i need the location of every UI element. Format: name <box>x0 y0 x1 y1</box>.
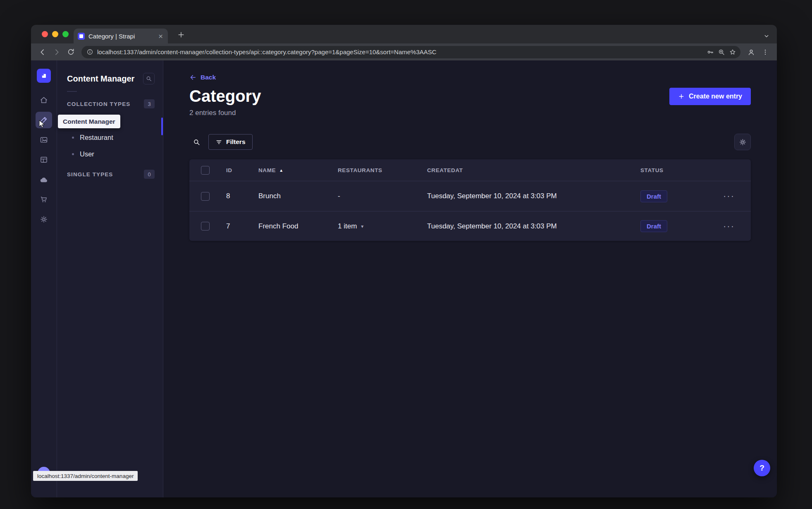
cell-name: Brunch <box>248 192 327 200</box>
cell-restaurants: - <box>327 192 417 200</box>
password-key-icon[interactable] <box>707 48 714 56</box>
content-manager-tooltip: Content Manager <box>58 115 120 128</box>
maximize-window-button[interactable] <box>62 31 69 37</box>
main-nav-rail: KD <box>31 60 57 497</box>
sidebar-item-label: User <box>80 150 94 158</box>
back-link[interactable]: Back <box>189 74 216 81</box>
url-address-bar[interactable]: localhost:1337/admin/content-manager/col… <box>81 46 740 58</box>
bookmark-star-icon[interactable] <box>729 48 736 56</box>
cell-createdat: Tuesday, September 10, 2024 at 3:03 PM <box>417 192 630 200</box>
single-types-section: SINGLE TYPES 0 <box>57 170 163 179</box>
traffic-lights <box>42 31 69 37</box>
nav-cloud-icon[interactable] <box>36 171 52 188</box>
collection-types-label: COLLECTION TYPES <box>67 101 130 107</box>
filter-icon <box>215 139 222 146</box>
tab-close-icon[interactable]: × <box>158 32 164 40</box>
status-badge: Draft <box>640 220 667 232</box>
view-settings-gear-icon[interactable] <box>734 134 751 150</box>
browser-toolbar: localhost:1337/admin/content-manager/col… <box>31 43 777 60</box>
minimize-window-button[interactable] <box>52 31 58 37</box>
zoom-icon[interactable] <box>718 48 725 56</box>
chevron-down-icon: ▾ <box>361 223 363 229</box>
profile-icon[interactable] <box>745 46 758 59</box>
strapi-logo[interactable] <box>37 69 51 83</box>
filters-button[interactable]: Filters <box>208 134 253 150</box>
create-new-entry-label: Create new entry <box>689 93 742 100</box>
active-item-indicator <box>161 118 163 135</box>
subnav-search-icon[interactable] <box>143 73 155 84</box>
nav-marketplace-icon[interactable] <box>36 191 52 208</box>
table-row[interactable]: 8 Brunch - Tuesday, September 10, 2024 a… <box>189 181 751 211</box>
entries-table: ID NAME ▲ RESTAURANTS CREATEDAT STATUS 8… <box>189 159 751 241</box>
page-title: Category <box>189 87 261 105</box>
table-row[interactable]: 7 French Food 1 item ▾ Tuesday, Septembe… <box>189 211 751 241</box>
cell-id: 8 <box>216 192 248 200</box>
nav-content-type-builder-icon[interactable] <box>36 151 52 168</box>
nav-home-icon[interactable] <box>36 92 52 108</box>
sidebar-item-user[interactable]: User <box>57 146 163 162</box>
cell-createdat: Tuesday, September 10, 2024 at 3:03 PM <box>417 222 630 230</box>
create-new-entry-button[interactable]: Create new entry <box>669 88 751 105</box>
reload-icon[interactable] <box>64 46 77 59</box>
tab-search-chevron-icon[interactable] <box>763 32 770 40</box>
sidebar-item-restaurant[interactable]: Restaurant <box>57 129 163 146</box>
cell-restaurants[interactable]: 1 item ▾ <box>327 222 417 230</box>
table-search-icon[interactable] <box>189 135 203 149</box>
new-tab-button[interactable] <box>175 29 187 41</box>
column-header-status[interactable]: STATUS <box>630 167 714 173</box>
close-window-button[interactable] <box>42 31 48 37</box>
row-checkbox[interactable] <box>201 192 210 201</box>
column-header-name[interactable]: NAME ▲ <box>248 167 327 173</box>
back-nav-icon[interactable] <box>36 46 49 59</box>
sidebar-item-label: Restaurant <box>80 134 113 142</box>
strapi-admin-app: KD Content Manager COLLECTION TYPES 3 Ca… <box>31 60 777 497</box>
browser-tab-strip: Category | Strapi × <box>31 25 777 43</box>
sort-asc-icon[interactable]: ▲ <box>279 168 284 173</box>
help-button[interactable]: ? <box>754 460 770 476</box>
strapi-favicon-icon <box>78 33 85 40</box>
bullet-icon <box>72 137 74 139</box>
url-text: localhost:1337/admin/content-manager/col… <box>97 48 703 55</box>
table-header-row: ID NAME ▲ RESTAURANTS CREATEDAT STATUS <box>189 159 751 181</box>
bullet-icon <box>72 153 74 155</box>
single-types-count-badge: 0 <box>144 170 155 179</box>
forward-nav-icon[interactable] <box>50 46 63 59</box>
link-preview-status: localhost:1337/admin/content-manager <box>33 471 138 481</box>
site-info-icon[interactable] <box>86 48 93 55</box>
nav-content-manager-icon[interactable] <box>36 112 52 128</box>
row-actions-button[interactable]: ··· <box>714 222 751 231</box>
plus-icon <box>678 93 685 100</box>
collection-types-section: COLLECTION TYPES 3 <box>57 99 163 108</box>
select-all-checkbox[interactable] <box>201 166 210 175</box>
entries-count: 2 entries found <box>189 109 261 117</box>
back-arrow-icon <box>189 74 197 81</box>
column-header-createdat[interactable]: CREATEDAT <box>417 167 630 173</box>
subnav-title: Content Manager <box>67 74 134 84</box>
column-header-id[interactable]: ID <box>216 167 248 173</box>
cell-id: 7 <box>216 222 248 230</box>
nav-settings-gear-icon[interactable] <box>36 211 52 228</box>
nav-media-library-icon[interactable] <box>36 132 52 148</box>
back-label: Back <box>201 74 216 81</box>
row-actions-button[interactable]: ··· <box>714 192 751 201</box>
browser-window: Category | Strapi × localhost:1337/admin… <box>31 25 777 497</box>
tab-title: Category | Strapi <box>88 33 154 40</box>
single-types-label: SINGLE TYPES <box>67 171 113 178</box>
browser-menu-kebab-icon[interactable] <box>759 46 772 59</box>
status-badge: Draft <box>640 190 667 202</box>
browser-tab[interactable]: Category | Strapi × <box>74 29 168 43</box>
filters-label: Filters <box>226 138 246 146</box>
column-header-restaurants[interactable]: RESTAURANTS <box>327 167 417 173</box>
row-checkbox[interactable] <box>201 222 210 230</box>
subnav-divider <box>67 91 77 92</box>
collection-types-count-badge: 3 <box>144 99 155 108</box>
cell-name: French Food <box>248 222 327 230</box>
main-content: Back Category 2 entries found Create new… <box>163 60 777 497</box>
